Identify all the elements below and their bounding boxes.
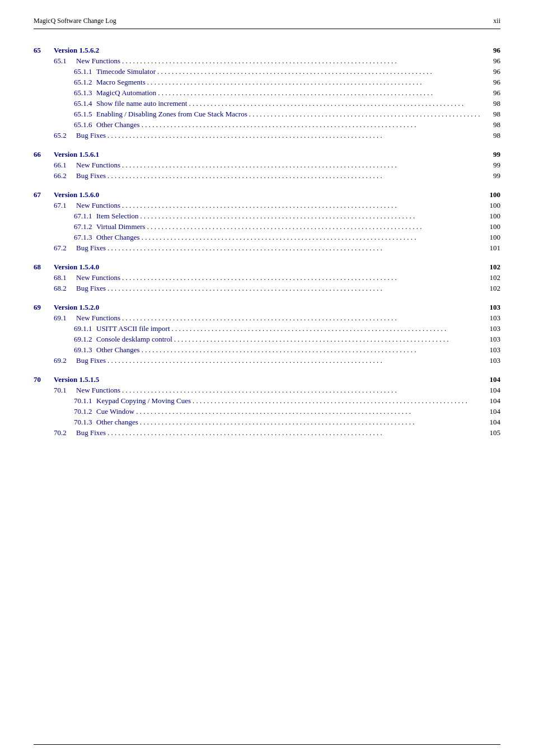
toc-chapter-section: 70Version 1.5.1.510470.1New Functions . … bbox=[34, 375, 500, 437]
sub2-dots: . . . . . . . . . . . . . . . . . . . . … bbox=[158, 88, 481, 97]
toc-sub2-row[interactable]: 67.1.2Virtual Dimmers . . . . . . . . . … bbox=[34, 222, 500, 231]
sub2-title: Other Changes bbox=[96, 346, 140, 354]
sub1-num: 67.1 bbox=[54, 201, 76, 210]
toc-sub1-row[interactable]: 70.1New Functions . . . . . . . . . . . … bbox=[34, 386, 500, 395]
toc-chapter-section: 69Version 1.5.2.010369.1New Functions . … bbox=[34, 303, 500, 365]
toc-sub1-row[interactable]: 69.2Bug Fixes . . . . . . . . . . . . . … bbox=[34, 356, 500, 365]
sub1-dots: . . . . . . . . . . . . . . . . . . . . … bbox=[107, 171, 481, 180]
sub1-page: 104 bbox=[481, 386, 500, 395]
sub2-title: Other changes bbox=[96, 418, 138, 427]
chapter-title: Version 1.5.1.5 bbox=[54, 375, 99, 384]
sub1-page: 102 bbox=[481, 273, 500, 282]
sub2-num: 67.1.3 bbox=[74, 233, 96, 242]
sub2-page: 98 bbox=[481, 120, 500, 129]
sub2-page: 98 bbox=[481, 110, 500, 119]
chapter-title: Version 1.5.4.0 bbox=[54, 263, 99, 272]
toc-chapter-row[interactable]: 69Version 1.5.2.0103 bbox=[34, 303, 500, 312]
sub1-dots: . . . . . . . . . . . . . . . . . . . . … bbox=[107, 356, 481, 365]
sub2-title: Show file name auto increment bbox=[96, 99, 187, 108]
sub1-title: New Functions bbox=[76, 201, 120, 210]
toc-chapter-row[interactable]: 65Version 1.5.6.296 bbox=[34, 46, 500, 55]
toc-chapter-row[interactable]: 66Version 1.5.6.199 bbox=[34, 150, 500, 159]
sub1-num: 69.1 bbox=[54, 314, 76, 323]
toc-chapter-row[interactable]: 68Version 1.5.4.0102 bbox=[34, 263, 500, 272]
sub1-dots: . . . . . . . . . . . . . . . . . . . . … bbox=[107, 284, 481, 293]
toc-sub1-row[interactable]: 67.1New Functions . . . . . . . . . . . … bbox=[34, 201, 500, 210]
sub2-title: Timecode Simulator bbox=[96, 67, 156, 76]
toc-sub2-row[interactable]: 65.1.1Timecode Simulator . . . . . . . .… bbox=[34, 67, 500, 76]
sub2-dots: . . . . . . . . . . . . . . . . . . . . … bbox=[142, 346, 481, 354]
toc-sub2-row[interactable]: 67.1.3Other Changes . . . . . . . . . . … bbox=[34, 233, 500, 242]
toc-sub1-row[interactable]: 66.1New Functions . . . . . . . . . . . … bbox=[34, 161, 500, 170]
sub2-dots: . . . . . . . . . . . . . . . . . . . . … bbox=[174, 335, 481, 344]
toc-chapter-row[interactable]: 67Version 1.5.6.0100 bbox=[34, 190, 500, 199]
sub2-title: Virtual Dimmers bbox=[96, 222, 146, 231]
toc-sub2-row[interactable]: 67.1.1Item Selection . . . . . . . . . .… bbox=[34, 212, 500, 221]
sub1-page: 98 bbox=[481, 131, 500, 140]
sub1-num: 68.2 bbox=[54, 284, 76, 293]
toc-sub1-row[interactable]: 65.2Bug Fixes . . . . . . . . . . . . . … bbox=[34, 131, 500, 140]
chapter-page: 96 bbox=[481, 46, 500, 55]
toc-sub2-row[interactable]: 70.1.3Other changes . . . . . . . . . . … bbox=[34, 418, 500, 427]
sub1-num: 66.1 bbox=[54, 161, 76, 170]
page-footer bbox=[34, 744, 500, 745]
sub1-num: 65.1 bbox=[54, 57, 76, 66]
toc-sub2-row[interactable]: 69.1.2Console desklamp control . . . . .… bbox=[34, 335, 500, 344]
sub2-num: 65.1.1 bbox=[74, 67, 96, 76]
sub2-num: 69.1.3 bbox=[74, 346, 96, 354]
toc-content: 65Version 1.5.6.29665.1New Functions . .… bbox=[34, 46, 500, 437]
toc-sub2-row[interactable]: 65.1.4Show file name auto increment . . … bbox=[34, 99, 500, 108]
sub1-title: Bug Fixes bbox=[76, 244, 106, 253]
toc-chapter-section: 65Version 1.5.6.29665.1New Functions . .… bbox=[34, 46, 500, 140]
chapter-num: 66 bbox=[34, 150, 54, 159]
toc-sub1-row[interactable]: 68.1New Functions . . . . . . . . . . . … bbox=[34, 273, 500, 282]
sub1-dots: . . . . . . . . . . . . . . . . . . . . … bbox=[122, 273, 481, 282]
sub1-title: Bug Fixes bbox=[76, 356, 106, 365]
sub2-title: Keypad Copying / Moving Cues bbox=[96, 396, 191, 405]
toc-sub1-row[interactable]: 70.2Bug Fixes . . . . . . . . . . . . . … bbox=[34, 428, 500, 437]
sub1-dots: . . . . . . . . . . . . . . . . . . . . … bbox=[107, 131, 481, 140]
sub1-num: 70.1 bbox=[54, 386, 76, 395]
sub1-dots: . . . . . . . . . . . . . . . . . . . . … bbox=[122, 161, 481, 170]
toc-chapter-section: 66Version 1.5.6.19966.1New Functions . .… bbox=[34, 150, 500, 180]
toc-sub1-row[interactable]: 65.1New Functions . . . . . . . . . . . … bbox=[34, 57, 500, 66]
toc-sub1-row[interactable]: 67.2Bug Fixes . . . . . . . . . . . . . … bbox=[34, 244, 500, 253]
sub1-page: 99 bbox=[481, 171, 500, 180]
sub2-num: 70.1.1 bbox=[74, 396, 96, 405]
chapter-num: 67 bbox=[34, 190, 54, 199]
toc-sub1-row[interactable]: 69.1New Functions . . . . . . . . . . . … bbox=[34, 314, 500, 323]
sub2-dots: . . . . . . . . . . . . . . . . . . . . … bbox=[140, 418, 481, 427]
toc-sub2-row[interactable]: 65.1.3MagicQ Automation . . . . . . . . … bbox=[34, 88, 500, 97]
sub1-title: New Functions bbox=[76, 314, 120, 323]
sub2-num: 65.1.6 bbox=[74, 120, 96, 129]
header-page: xii bbox=[493, 17, 500, 25]
toc-sub1-row[interactable]: 68.2Bug Fixes . . . . . . . . . . . . . … bbox=[34, 284, 500, 293]
sub2-title: Console desklamp control bbox=[96, 335, 172, 344]
chapter-title: Version 1.5.2.0 bbox=[54, 303, 99, 312]
chapter-title: Version 1.5.6.1 bbox=[54, 150, 99, 159]
toc-sub2-row[interactable]: 69.1.1USITT ASCII file import . . . . . … bbox=[34, 324, 500, 333]
page-container: MagicQ Software Change Log xii 65Version… bbox=[0, 0, 534, 756]
sub2-title: Macro Segments bbox=[96, 78, 146, 87]
sub2-page: 104 bbox=[481, 418, 500, 427]
sub1-num: 65.2 bbox=[54, 131, 76, 140]
page-header: MagicQ Software Change Log xii bbox=[34, 17, 500, 29]
chapter-num: 69 bbox=[34, 303, 54, 312]
sub2-title: Item Selection bbox=[96, 212, 138, 221]
toc-sub1-row[interactable]: 66.2Bug Fixes . . . . . . . . . . . . . … bbox=[34, 171, 500, 180]
sub2-dots: . . . . . . . . . . . . . . . . . . . . … bbox=[147, 222, 481, 231]
sub1-dots: . . . . . . . . . . . . . . . . . . . . … bbox=[107, 428, 481, 437]
sub2-page: 100 bbox=[481, 222, 500, 231]
sub2-dots: . . . . . . . . . . . . . . . . . . . . … bbox=[193, 396, 481, 405]
toc-sub2-row[interactable]: 65.1.5Enabling / Disabling Zones from Cu… bbox=[34, 110, 500, 119]
toc-sub2-row[interactable]: 65.1.6Other Changes . . . . . . . . . . … bbox=[34, 120, 500, 129]
sub2-page: 98 bbox=[481, 99, 500, 108]
toc-sub2-row[interactable]: 70.1.1Keypad Copying / Moving Cues . . .… bbox=[34, 396, 500, 405]
toc-sub2-row[interactable]: 65.1.2Macro Segments . . . . . . . . . .… bbox=[34, 78, 500, 87]
sub1-num: 70.2 bbox=[54, 428, 76, 437]
sub2-num: 67.1.1 bbox=[74, 212, 96, 221]
toc-sub2-row[interactable]: 70.1.2Cue Window . . . . . . . . . . . .… bbox=[34, 407, 500, 416]
sub2-page: 104 bbox=[481, 396, 500, 405]
toc-chapter-row[interactable]: 70Version 1.5.1.5104 bbox=[34, 375, 500, 384]
toc-sub2-row[interactable]: 69.1.3Other Changes . . . . . . . . . . … bbox=[34, 346, 500, 354]
